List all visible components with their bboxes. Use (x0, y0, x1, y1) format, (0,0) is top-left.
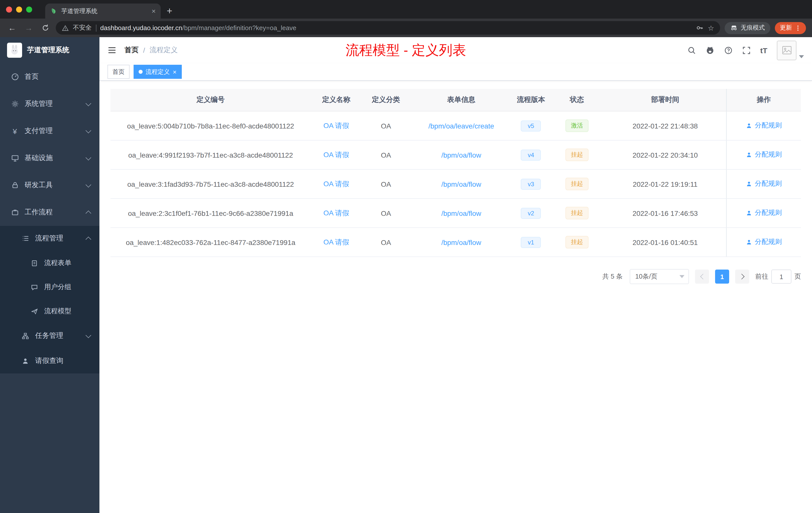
sidebar-item-system[interactable]: 系统管理 (0, 90, 99, 117)
sidebar-item-label: 请假查询 (35, 356, 63, 365)
sidebar-logo[interactable]: 芋道管理系统 (0, 37, 99, 63)
document-icon (30, 259, 39, 267)
window-zoom-button[interactable] (26, 6, 32, 12)
update-label: 更新 (780, 24, 792, 32)
assign-rule-label: 分配规则 (755, 121, 782, 130)
table-row: oa_leave:2:3c1f0ef1-76b1-11ec-9c66-a2380… (111, 199, 801, 228)
person-icon (21, 357, 30, 365)
version-badge: v3 (521, 178, 541, 189)
github-icon[interactable] (705, 46, 715, 55)
bookmark-star-icon[interactable]: ☆ (708, 24, 714, 32)
caret-down-icon (679, 275, 685, 278)
help-icon[interactable] (724, 46, 733, 55)
sidebar-item-home[interactable]: 首页 (0, 63, 99, 90)
tag-label: 流程定义 (146, 67, 170, 76)
tag-close-icon[interactable]: × (173, 68, 176, 75)
sidebar-item-workflow[interactable]: 工作流程 (0, 199, 99, 226)
goto-page-input[interactable] (771, 270, 791, 283)
prev-page-button[interactable] (695, 270, 709, 283)
chevron-up-icon (86, 211, 91, 216)
app-navbar: 首页 / 流程定义 流程模型 - 定义列表 (99, 37, 812, 63)
workflow-submenu: 流程管理 流程表单 用户分组 流程模型 (0, 226, 99, 373)
sidebar-item-process-model[interactable]: 流程模型 (0, 299, 99, 323)
sidebar-item-process-mgmt[interactable]: 流程管理 (0, 226, 99, 251)
browser-menu-dots-icon[interactable] (795, 25, 801, 31)
new-tab-button[interactable]: + (167, 5, 172, 17)
sidebar-item-leave-query[interactable]: 请假查询 (0, 349, 99, 373)
col-id: 定义编号 (111, 89, 311, 111)
sidebar-item-infra[interactable]: 基础设施 (0, 145, 99, 172)
assign-rule-label: 分配规则 (755, 179, 782, 188)
window-minimize-button[interactable] (16, 6, 22, 12)
chat-icon (30, 283, 39, 292)
definition-name-link[interactable]: OA 请假 (323, 238, 349, 246)
app-title: 芋道管理系统 (27, 46, 69, 55)
col-name: 定义名称 (311, 89, 362, 111)
assign-rule-link[interactable]: 分配规则 (746, 238, 782, 247)
assign-rule-label: 分配规则 (755, 150, 782, 159)
browser-toolbar: ← → 不安全 dashboard.yudao.iocoder.cn/bpm/m… (0, 19, 812, 37)
tag-active[interactable]: 流程定义 × (134, 65, 181, 79)
form-link[interactable]: /bpm/oa/flow (441, 209, 481, 217)
chevron-down-icon (86, 127, 91, 133)
sidebar-item-payment[interactable]: ¥ 支付管理 (0, 117, 99, 145)
back-button[interactable]: ← (6, 22, 18, 34)
definition-name-link[interactable]: OA 请假 (323, 179, 349, 187)
font-size-icon[interactable]: tT (760, 46, 767, 55)
cell-category: OA (362, 228, 410, 257)
sidebar-item-process-form[interactable]: 流程表单 (0, 251, 99, 275)
tab-title: 芋道管理系统 (61, 7, 148, 15)
breadcrumb-home[interactable]: 首页 (124, 46, 139, 55)
form-link[interactable]: /bpm/oa/flow (441, 151, 481, 159)
sidebar-item-user-group[interactable]: 用户分组 (0, 275, 99, 299)
page-size-select[interactable]: 10条/页 (630, 269, 689, 284)
assign-rule-link[interactable]: 分配规则 (746, 121, 782, 130)
version-badge: v1 (521, 237, 541, 248)
pagination: 共 5 条 10条/页 1 前往 页 (111, 269, 801, 284)
status-badge: 挂起 (566, 178, 588, 190)
col-form: 表单信息 (410, 89, 513, 111)
cell-category: OA (362, 199, 410, 228)
address-bar[interactable]: 不安全 dashboard.yudao.iocoder.cn/bpm/manag… (56, 21, 720, 35)
form-link[interactable]: /bpm/oa/flow (441, 180, 481, 188)
definition-name-link[interactable]: OA 请假 (323, 209, 349, 217)
fullscreen-icon[interactable] (742, 46, 751, 55)
sidebar-item-task-mgmt[interactable]: 任务管理 (0, 323, 99, 349)
sidebar-item-dev-tools[interactable]: 研发工具 (0, 172, 99, 199)
reload-button[interactable] (39, 22, 51, 34)
incognito-icon (730, 24, 738, 32)
browser-tab[interactable]: 芋道管理系统 × (45, 3, 161, 19)
form-link[interactable]: /bpm/oa/leave/create (428, 122, 494, 130)
assign-rule-link[interactable]: 分配规则 (746, 150, 782, 159)
status-badge: 挂起 (566, 236, 588, 248)
assign-rule-link[interactable]: 分配规则 (746, 179, 782, 188)
definition-name-link[interactable]: OA 请假 (323, 150, 349, 158)
version-badge: v5 (521, 120, 541, 131)
sidebar-item-label: 流程表单 (44, 259, 71, 268)
definition-name-link[interactable]: OA 请假 (323, 121, 349, 129)
password-key-icon[interactable] (696, 24, 704, 32)
paper-plane-icon (30, 307, 39, 315)
tag-home[interactable]: 首页 (108, 65, 129, 79)
form-link[interactable]: /bpm/oa/flow (441, 238, 481, 246)
next-page-button[interactable] (735, 270, 749, 283)
url-text: dashboard.yudao.iocoder.cn/bpm/manager/d… (100, 24, 692, 32)
hamburger-icon[interactable] (108, 46, 116, 55)
forward-button[interactable]: → (23, 22, 35, 34)
monitor-icon (10, 154, 19, 162)
browser-update-button[interactable]: 更新 (775, 22, 806, 34)
tag-label: 首页 (113, 67, 124, 76)
col-status: 状态 (550, 89, 604, 111)
page-number-button[interactable]: 1 (715, 270, 729, 283)
version-badge: v2 (521, 208, 541, 219)
sidebar-item-label: 任务管理 (35, 331, 63, 340)
security-warning-icon[interactable] (62, 24, 69, 31)
assign-rule-link[interactable]: 分配规则 (746, 209, 782, 218)
window-close-button[interactable] (6, 6, 12, 12)
tab-close-icon[interactable]: × (152, 7, 156, 14)
page-content: 定义编号 定义名称 定义分类 表单信息 流程版本 状态 部署时间 操作 oa_l (99, 81, 812, 513)
definition-table: 定义编号 定义名称 定义分类 表单信息 流程版本 状态 部署时间 操作 oa_l (111, 89, 801, 257)
user-menu[interactable] (777, 40, 804, 60)
person-icon (746, 122, 752, 129)
search-icon[interactable] (688, 46, 696, 55)
